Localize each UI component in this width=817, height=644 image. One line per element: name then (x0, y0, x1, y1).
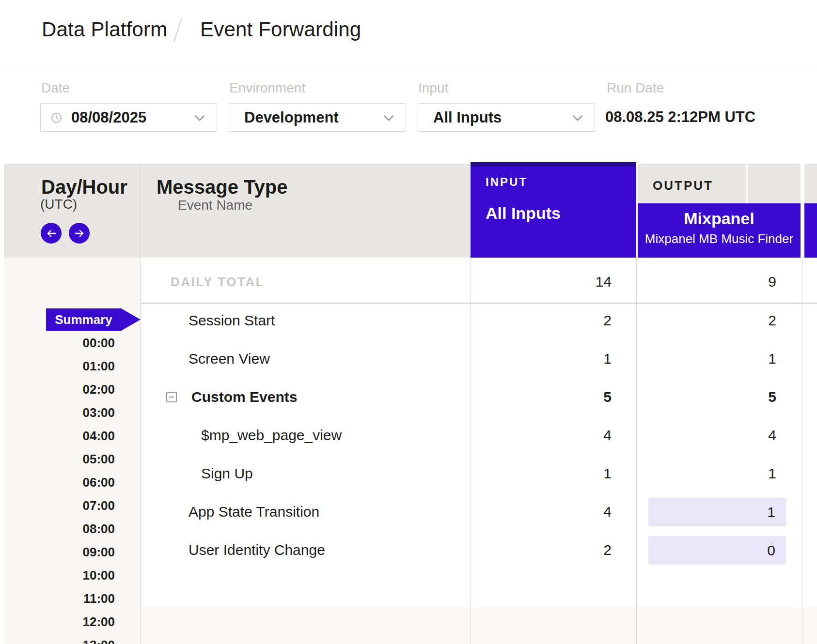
input-count: 2 (471, 312, 612, 329)
output-count: 1 (636, 350, 776, 368)
output-count: 4 (636, 427, 776, 444)
output-count: 5 (636, 388, 776, 406)
input-count: 4 (471, 427, 612, 444)
output-count-highlighted: 0 (648, 536, 786, 565)
output-count: 1 (636, 465, 776, 482)
event-row-name: Screen View (189, 350, 270, 368)
input-count: 4 (471, 503, 612, 521)
input-count: 5 (471, 388, 612, 406)
output-count-highlighted: 1 (648, 498, 786, 526)
event-forwarding-page: Data Platform Event Forwarding Date Envi… (0, 0, 817, 644)
output-count: 2 (636, 312, 776, 329)
event-row-name: Session Start (189, 312, 275, 329)
input-count: 1 (471, 465, 612, 482)
event-row-name: User Identity Change (189, 541, 325, 559)
event-row-name: App State Transition (189, 503, 319, 521)
event-row-name: $mp_web_page_view (201, 427, 342, 444)
minus-box-icon[interactable] (166, 392, 177, 402)
summary-tab[interactable]: Summary (46, 308, 121, 331)
event-row-name: Custom Events (191, 388, 297, 406)
event-row-name: Sign Up (201, 465, 253, 482)
input-count: 2 (471, 541, 612, 559)
input-count: 1 (471, 350, 612, 368)
